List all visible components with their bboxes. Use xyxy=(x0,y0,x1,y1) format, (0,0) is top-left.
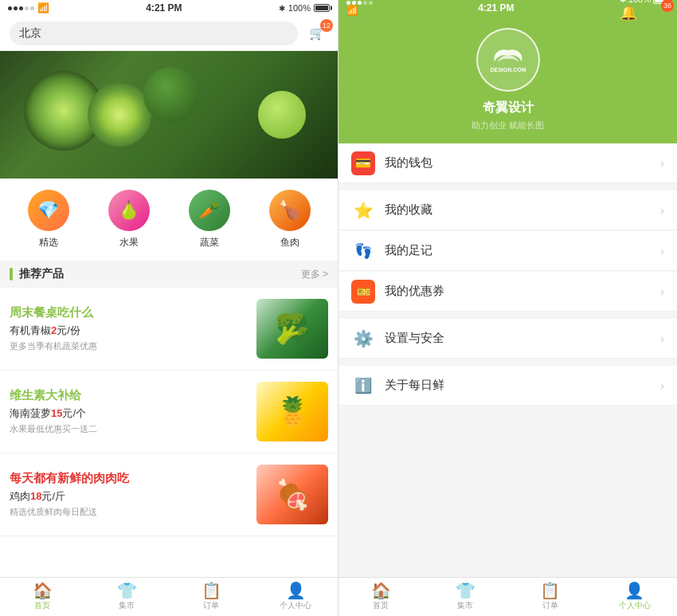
dot4 xyxy=(25,6,29,10)
menu-divider-1 xyxy=(338,184,677,190)
nav-order-label-right: 订单 xyxy=(542,600,558,611)
coupon-label: 我的优惠券 xyxy=(385,284,660,299)
nav-home-right[interactable]: 🏠 首页 xyxy=(338,578,423,616)
menu-divider-2 xyxy=(338,312,677,319)
hero-banner[interactable] xyxy=(0,51,338,179)
product-image-3: 🍖 xyxy=(256,465,328,524)
status-right: ✱ 100% xyxy=(279,3,330,13)
nav-market-left[interactable]: 👕 集市 xyxy=(84,578,169,616)
section-title: 推荐产品 xyxy=(19,267,301,281)
jingxuan-label: 精选 xyxy=(39,236,58,249)
shuiguo-label: 水果 xyxy=(119,236,139,249)
footprint-icon: 👣 xyxy=(351,239,375,263)
profile-icon-left: 👤 xyxy=(286,583,306,598)
product-desc-3: 精选优质鲜肉每日配送 xyxy=(10,506,247,518)
menu-divider-3 xyxy=(338,359,677,366)
notif-badge: 36 xyxy=(661,0,674,12)
nav-home-left[interactable]: 🏠 首页 xyxy=(0,578,84,616)
cart-button[interactable]: 🛒 12 xyxy=(306,24,328,43)
section-accent xyxy=(10,268,13,281)
category-bar: 💎 精选 🍐 水果 🥕 蔬菜 🍗 鱼肉 xyxy=(0,179,338,261)
brand-logo-svg: DESIGN.COM xyxy=(488,44,528,76)
menu-wallet[interactable]: 💳 我的钱包 › xyxy=(338,143,677,183)
category-shucai[interactable]: 🥕 蔬菜 xyxy=(189,190,230,249)
dot3 xyxy=(19,6,23,10)
hero-visual xyxy=(0,51,338,179)
category-yurou[interactable]: 🍗 鱼肉 xyxy=(269,190,311,249)
about-icon: ℹ️ xyxy=(351,374,375,398)
shuiguo-icon: 🍐 xyxy=(108,190,150,231)
nav-profile-right[interactable]: 👤 个人中心 xyxy=(593,578,677,616)
nav-market-label-left: 集市 xyxy=(119,600,135,611)
coupon-chevron: › xyxy=(660,285,664,298)
product-desc-2: 水果最低优惠买一送二 xyxy=(10,423,247,435)
menu-settings[interactable]: ⚙️ 设置与安全 › xyxy=(338,319,677,359)
product-price-3: 鸡肉18元/斤 xyxy=(10,489,247,504)
product-card-1[interactable]: 周末餐桌吃什么 有机青椒2元/份 更多当季有机蔬菜优惠 🥦 xyxy=(0,288,338,371)
wallet-label: 我的钱包 xyxy=(385,155,660,171)
battery-fill xyxy=(315,6,328,10)
left-top-bar: 北京 🛒 12 xyxy=(0,16,338,51)
product-info-3: 每天都有新鲜的肉肉吃 鸡肉18元/斤 精选优质鲜肉每日配送 xyxy=(10,471,247,518)
product-info-2: 维生素大补给 海南菠萝15元/个 水果最低优惠买一送二 xyxy=(10,388,247,435)
wifi-icon: 📶 xyxy=(37,2,49,14)
nav-profile-label-right: 个人中心 xyxy=(619,600,651,611)
settings-chevron: › xyxy=(660,332,664,345)
menu-footprint[interactable]: 👣 我的足记 › xyxy=(338,231,677,271)
right-status-right: ✱ 100% 🔔 36 xyxy=(620,0,669,22)
nav-profile-label-left: 个人中心 xyxy=(280,600,311,611)
notification-button[interactable]: 🔔 36 xyxy=(620,4,669,22)
kiwi-whole xyxy=(143,67,199,123)
dot5 xyxy=(30,6,34,10)
nav-order-left[interactable]: 📋 订单 xyxy=(169,578,253,616)
nav-profile-left[interactable]: 👤 个人中心 xyxy=(253,578,338,616)
menu-about[interactable]: ℹ️ 关于每日鲜 › xyxy=(338,366,677,406)
settings-icon: ⚙️ xyxy=(351,327,375,351)
cart-badge: 12 xyxy=(320,19,333,32)
about-label: 关于每日鲜 xyxy=(385,378,660,393)
favorites-label: 我的收藏 xyxy=(385,202,660,218)
yurou-icon: 🍗 xyxy=(269,190,311,231)
dot2 xyxy=(14,6,18,10)
product-image-1: 🥦 xyxy=(256,299,328,359)
order-icon-left: 📋 xyxy=(202,583,221,598)
brand-logo-circle: DESIGN.COM xyxy=(476,28,540,92)
location-text: 北京 xyxy=(19,26,41,41)
battery-percent: 100% xyxy=(288,3,311,13)
profile-icon-right: 👤 xyxy=(624,583,644,598)
home-icon-left: 🏠 xyxy=(33,583,53,598)
right-bottom-nav: 🏠 首页 👕 集市 📋 订单 👤 个人中心 xyxy=(338,577,677,616)
signal-icon xyxy=(8,6,34,10)
product-card-3[interactable]: 每天都有新鲜的肉肉吃 鸡肉18元/斤 精选优质鲜肉每日配送 🍖 xyxy=(0,453,338,536)
menu-coupon[interactable]: 🎫 我的优惠券 › xyxy=(338,272,677,312)
menu-favorites[interactable]: ⭐ 我的收藏 › xyxy=(338,190,677,230)
right-time: 4:21 PM xyxy=(478,2,514,14)
about-chevron: › xyxy=(660,379,664,392)
rdot4 xyxy=(363,1,367,5)
nav-market-label-right: 集市 xyxy=(457,600,473,611)
favorites-icon: ⭐ xyxy=(351,198,375,222)
nav-order-right[interactable]: 📋 订单 xyxy=(508,578,593,616)
wallet-icon: 💳 xyxy=(351,151,375,175)
coupon-icon: 🎫 xyxy=(351,280,375,304)
location-selector[interactable]: 北京 xyxy=(10,22,298,45)
category-jingxuan[interactable]: 💎 精选 xyxy=(28,190,69,249)
more-link[interactable]: 更多 > xyxy=(301,268,328,281)
veg-visual: 🥦 xyxy=(256,299,328,359)
product-card-2[interactable]: 维生素大补给 海南菠萝15元/个 水果最低优惠买一送二 🍍 xyxy=(0,371,338,453)
footprint-label: 我的足记 xyxy=(385,243,660,258)
right-wifi-icon: 📶 xyxy=(346,5,358,16)
left-status-bar: 📶 4:21 PM ✱ 100% xyxy=(0,0,338,16)
home-icon-right: 🏠 xyxy=(371,583,391,598)
brand-name: 奇翼设计 xyxy=(483,100,534,116)
product-image-2: 🍍 xyxy=(256,382,328,441)
category-shuiguo[interactable]: 🍐 水果 xyxy=(108,190,150,249)
shucai-label: 蔬菜 xyxy=(200,236,219,249)
nav-order-label-left: 订单 xyxy=(203,600,219,611)
nav-market-right[interactable]: 👕 集市 xyxy=(423,578,507,616)
bluetooth-icon: ✱ xyxy=(279,4,285,13)
menu-list: 💳 我的钱包 › ⭐ 我的收藏 › 👣 我的足记 › 🎫 我的优惠券 › ⚙️ … xyxy=(338,143,677,577)
product-price-2: 海南菠萝15元/个 xyxy=(10,406,247,421)
battery-icon xyxy=(314,4,330,12)
product-title-3: 每天都有新鲜的肉肉吃 xyxy=(10,471,247,486)
